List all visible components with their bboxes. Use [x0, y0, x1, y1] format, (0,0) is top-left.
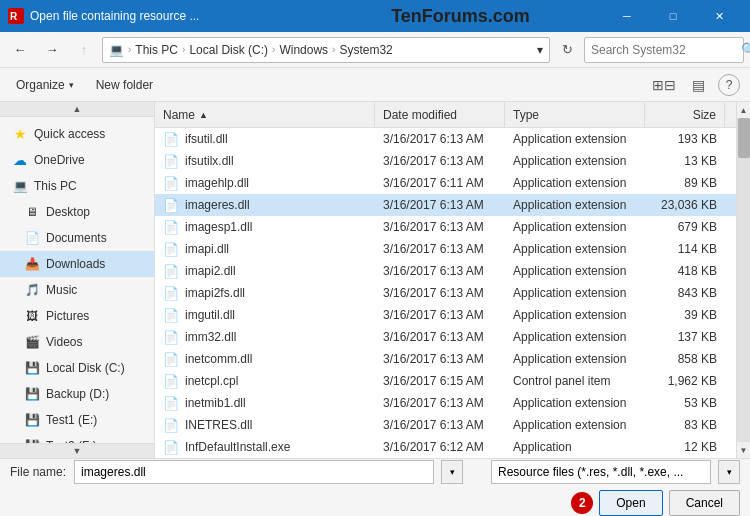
sidebar-list: ★ Quick access ☁ OneDrive 💻 This PC 🖥 De… [0, 117, 155, 443]
file-icon: 📄 [163, 220, 179, 235]
table-row[interactable]: 📄 ifsutilx.dll 3/16/2017 6:13 AM Applica… [155, 150, 736, 172]
col-header-type[interactable]: Type [505, 102, 645, 127]
help-button[interactable]: ? [718, 74, 740, 96]
col-header-date[interactable]: Date modified [375, 102, 505, 127]
col-name-label: Name [163, 108, 195, 122]
table-row[interactable]: 📄 inetcomm.dll 3/16/2017 6:13 AM Applica… [155, 348, 736, 370]
sidebar-item-backup[interactable]: 💾 Backup (D:) [0, 381, 154, 407]
sidebar-item-music[interactable]: 🎵 Music [0, 277, 154, 303]
file-name: imapi2fs.dll [185, 286, 245, 300]
back-button[interactable]: ← [6, 36, 34, 64]
file-list-header: Name ▲ Date modified Type Size [155, 102, 736, 128]
view-mode-button[interactable]: ⊞⊟ [650, 71, 678, 99]
col-header-size[interactable]: Size [645, 102, 725, 127]
sidebar-item-this-pc[interactable]: 💻 This PC [0, 173, 154, 199]
new-folder-button[interactable]: New folder [90, 74, 159, 96]
address-part-thispc[interactable]: This PC [135, 43, 178, 57]
table-row[interactable]: 📄 imagehlp.dll 3/16/2017 6:11 AM Applica… [155, 172, 736, 194]
view-toggle-button[interactable]: ▤ [684, 71, 712, 99]
documents-icon: 📄 [24, 230, 40, 246]
maximize-button[interactable]: □ [650, 0, 696, 32]
file-icon: 📄 [163, 418, 179, 433]
sidebar-item-documents[interactable]: 📄 Documents [0, 225, 154, 251]
file-type-cell: Application extension [505, 392, 645, 414]
filetype-select[interactable]: Resource files (*.res, *.dll, *.exe, ... [491, 460, 711, 484]
col-size-label: Size [693, 108, 716, 122]
table-row[interactable]: 📄 imapi2.dll 3/16/2017 6:13 AM Applicati… [155, 260, 736, 282]
file-icon: 📄 [163, 330, 179, 345]
music-icon: 🎵 [24, 282, 40, 298]
file-icon: 📄 [163, 264, 179, 279]
scroll-down-button[interactable]: ▼ [737, 442, 751, 458]
backup-label: Backup (D:) [46, 387, 109, 401]
sidebar-item-downloads[interactable]: 📥 Downloads [0, 251, 154, 277]
file-icon: 📄 [163, 286, 179, 301]
open-button[interactable]: Open [599, 490, 662, 516]
table-row[interactable]: 📄 ifsutil.dll 3/16/2017 6:13 AM Applicat… [155, 128, 736, 150]
table-row[interactable]: 📄 InfDefaultInstall.exe 3/16/2017 6:12 A… [155, 436, 736, 458]
sidebar-scroll-down[interactable]: ▼ [0, 443, 154, 458]
file-name: imapi2.dll [185, 264, 236, 278]
sidebar: ▲ ★ Quick access ☁ OneDrive 💻 This PC 🖥 … [0, 102, 155, 458]
svg-text:R: R [10, 11, 18, 22]
file-name-cell: 📄 inetmib1.dll [155, 392, 375, 414]
sidebar-scroll-up[interactable]: ▲ [0, 102, 154, 117]
up-button[interactable]: ↑ [70, 36, 98, 64]
table-row[interactable]: 📄 inetmib1.dll 3/16/2017 6:13 AM Applica… [155, 392, 736, 414]
file-date-cell: 3/16/2017 6:13 AM [375, 304, 505, 326]
file-icon: 📄 [163, 242, 179, 257]
sidebar-item-quick-access[interactable]: ★ Quick access [0, 121, 154, 147]
table-row[interactable]: 📄 imgutil.dll 3/16/2017 6:13 AM Applicat… [155, 304, 736, 326]
filetype-dropdown[interactable]: ▾ [718, 460, 740, 484]
sidebar-item-onedrive[interactable]: ☁ OneDrive [0, 147, 154, 173]
sidebar-item-test1[interactable]: 💾 Test1 (E:) [0, 407, 154, 433]
sidebar-item-videos[interactable]: 🎬 Videos [0, 329, 154, 355]
file-size-cell: 193 KB [645, 128, 725, 150]
table-row[interactable]: 📄 inetcpl.cpl 3/16/2017 6:15 AM Control … [155, 370, 736, 392]
table-row[interactable]: 📄 INETRES.dll 3/16/2017 6:13 AM Applicat… [155, 414, 736, 436]
table-row[interactable]: 📄 imapi2fs.dll 3/16/2017 6:13 AM Applica… [155, 282, 736, 304]
close-button[interactable]: ✕ [696, 0, 742, 32]
main-content: ▲ ★ Quick access ☁ OneDrive 💻 This PC 🖥 … [0, 102, 750, 458]
sidebar-item-desktop[interactable]: 🖥 Desktop [0, 199, 154, 225]
table-row[interactable]: 📄 imm32.dll 3/16/2017 6:13 AM Applicatio… [155, 326, 736, 348]
col-header-name[interactable]: Name ▲ [155, 102, 375, 127]
sidebar-item-local-disk[interactable]: 💾 Local Disk (C:) [0, 355, 154, 381]
file-date-cell: 3/16/2017 6:13 AM [375, 194, 505, 216]
table-row[interactable]: 📄 imageres.dll 3/16/2017 6:13 AM Applica… [155, 194, 736, 216]
downloads-label: Downloads [46, 257, 105, 271]
file-date-cell: 3/16/2017 6:13 AM [375, 150, 505, 172]
file-name: InfDefaultInstall.exe [185, 440, 290, 454]
table-row[interactable]: 📄 imapi.dll 3/16/2017 6:13 AM Applicatio… [155, 238, 736, 260]
file-name: ifsutilx.dll [185, 154, 234, 168]
minimize-button[interactable]: ─ [604, 0, 650, 32]
toolbar-right: ⊞⊟ ▤ ? [650, 71, 740, 99]
search-input[interactable] [591, 43, 741, 57]
file-name-cell: 📄 imagesp1.dll [155, 216, 375, 238]
sep1: › [128, 44, 131, 55]
organize-button[interactable]: Organize ▾ [10, 74, 80, 96]
title-bar: R Open file containing resource ... TenF… [0, 0, 750, 32]
sidebar-item-pictures[interactable]: 🖼 Pictures [0, 303, 154, 329]
forward-button[interactable]: → [38, 36, 66, 64]
scroll-up-button[interactable]: ▲ [737, 102, 751, 118]
cancel-button[interactable]: Cancel [669, 490, 740, 516]
table-row[interactable]: 📄 imagesp1.dll 3/16/2017 6:13 AM Applica… [155, 216, 736, 238]
address-dropdown[interactable]: ▾ [537, 43, 543, 57]
scroll-track[interactable] [737, 118, 751, 442]
address-part-windows[interactable]: Windows [279, 43, 328, 57]
filename-dropdown[interactable]: ▾ [441, 460, 463, 484]
file-name: imgutil.dll [185, 308, 235, 322]
file-icon: 📄 [163, 198, 179, 213]
organize-chevron-icon: ▾ [69, 80, 74, 90]
file-date-cell: 3/16/2017 6:13 AM [375, 216, 505, 238]
refresh-button[interactable]: ↻ [554, 37, 580, 63]
address-part-localdisk[interactable]: Local Disk (C:) [189, 43, 268, 57]
filename-input[interactable] [74, 460, 434, 484]
file-type-cell: Application extension [505, 414, 645, 436]
scroll-thumb[interactable] [738, 118, 750, 158]
file-type-cell: Application extension [505, 216, 645, 238]
address-part-system32[interactable]: System32 [339, 43, 392, 57]
file-icon: 📄 [163, 396, 179, 411]
sidebar-item-test2[interactable]: 💾 Test2 (F:) [0, 433, 154, 443]
